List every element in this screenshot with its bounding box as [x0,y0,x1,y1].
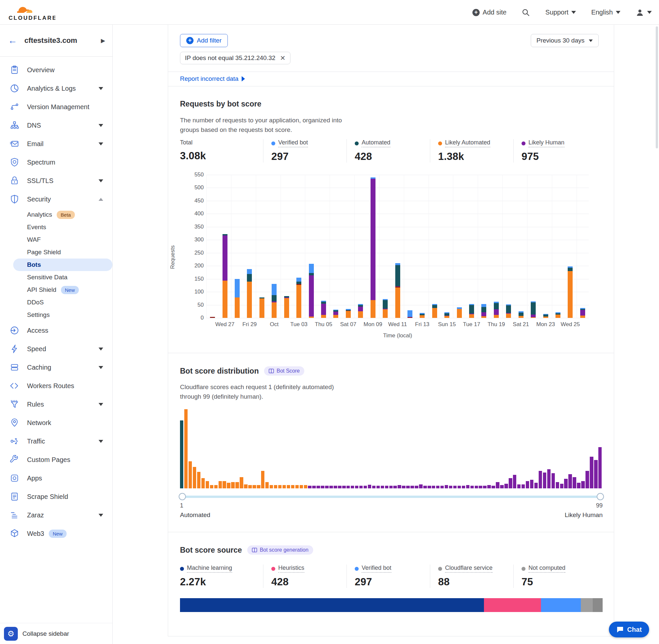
histogram-bar[interactable] [504,484,508,488]
histogram-bar[interactable] [206,481,209,488]
histogram-bar[interactable] [479,486,482,488]
bar-segment-verified[interactable] [371,178,376,179]
bar-segment-automated[interactable] [420,314,425,315]
bar-segment-automated[interactable] [346,310,351,310]
sidebar-item-events[interactable]: Events [0,221,112,233]
bar-segment-likely_automated[interactable] [247,282,252,318]
bar-segment-verified[interactable] [383,299,388,300]
bar-segment-verified[interactable] [358,304,363,305]
histogram-bar[interactable] [222,481,226,488]
bar-segment-verified[interactable] [506,304,511,305]
bar-segment-verified[interactable] [580,308,585,309]
bar-segment-verified[interactable] [469,304,474,305]
histogram-bar[interactable] [475,486,478,488]
bar-segment-likely_automated[interactable] [420,315,425,318]
bar-segment-automated[interactable] [333,310,338,312]
histogram-bar[interactable] [312,486,315,488]
search-icon[interactable] [521,8,530,17]
sidebar-item-custom-pages[interactable]: Custom Pages [0,451,112,469]
bar-segment-likely_automated[interactable] [519,316,523,318]
bar-segment-automated[interactable] [383,300,388,308]
close-icon[interactable]: ✕ [280,54,285,62]
histogram-bar[interactable] [402,486,405,488]
histogram-bar[interactable] [253,485,256,488]
histogram-bar[interactable] [363,486,367,488]
histogram-bar[interactable] [231,482,234,488]
histogram-bar[interactable] [202,478,205,488]
bar-segment-verified[interactable] [346,309,351,309]
histogram-bar[interactable] [543,473,546,488]
histogram-bar[interactable] [462,486,465,488]
account-menu[interactable] [636,8,652,17]
histogram-bar[interactable] [577,483,580,488]
sidebar-item-api-shield[interactable]: API ShieldNew [0,283,112,296]
histogram-bar[interactable] [466,485,469,488]
bar-segment-verified[interactable] [531,301,536,302]
bar-segment-other[interactable] [210,317,215,318]
sidebar-item-security[interactable]: Security [0,190,112,208]
date-range-dropdown[interactable]: Previous 30 days [531,34,599,47]
bar-segment-likely_automated[interactable] [346,311,351,318]
source-segment-heuristics[interactable] [484,598,541,612]
bar-segment-automated[interactable] [222,234,228,235]
histogram-bar[interactable] [329,486,333,488]
bar-segment-likely_automated[interactable] [383,309,388,318]
bar-segment-likely_human[interactable] [469,314,474,314]
bar-segment-verified[interactable] [444,312,449,313]
bar-segment-verified[interactable] [272,284,277,296]
histogram-bar[interactable] [278,485,282,488]
histogram-bar[interactable] [521,484,525,488]
histogram-bar[interactable] [372,486,376,488]
bar-segment-likely_human[interactable] [321,304,326,315]
histogram-bar[interactable] [423,486,427,488]
bar-segment-likely_human[interactable] [407,317,413,318]
sidebar-item-apps[interactable]: Apps [0,469,112,487]
histogram-bar[interactable] [483,486,486,488]
histogram-bar[interactable] [308,486,311,488]
sidebar-item-analytics[interactable]: AnalyticsBeta [0,208,112,221]
scrollbar[interactable] [656,26,658,148]
histogram-bar[interactable] [351,486,354,488]
histogram-bar[interactable] [590,457,593,488]
bar-segment-likely_automated[interactable] [580,316,585,318]
histogram-bar[interactable] [556,482,559,488]
histogram-bar[interactable] [441,486,444,488]
histogram-bar[interactable] [393,486,397,488]
histogram-bar[interactable] [235,482,239,488]
source-segment-verified-bot[interactable] [541,598,581,612]
bar-segment-automated[interactable] [272,295,277,301]
histogram-bar[interactable] [453,486,456,488]
language-menu[interactable]: English [591,8,620,16]
histogram-bar[interactable] [287,485,290,488]
bar-segment-automated[interactable] [358,305,363,307]
histogram-bar[interactable] [389,486,393,488]
bar-segment-likely_automated[interactable] [469,314,474,318]
histogram-bar[interactable] [432,486,435,488]
histogram-bar[interactable] [265,482,269,488]
histogram-bar[interactable] [381,486,384,488]
histogram-bar[interactable] [193,467,196,488]
histogram-bar[interactable] [470,486,474,488]
bar-segment-verified[interactable] [556,312,560,313]
bar-segment-likely_automated[interactable] [494,315,499,318]
bar-segment-likely_human[interactable] [383,309,388,309]
bar-segment-likely_human[interactable] [481,312,486,317]
slider-handle-min[interactable] [179,493,186,500]
bar-segment-likely_automated[interactable] [556,315,560,318]
bar-segment-likely_human[interactable] [506,313,511,314]
sidebar-item-workers-routes[interactable]: Workers Routes [0,376,112,395]
bar-segment-automated[interactable] [469,305,474,314]
bar-segment-automated[interactable] [580,309,585,310]
bar-segment-likely_human[interactable] [309,275,314,317]
histogram-bar[interactable] [244,484,247,488]
bar-segment-verified[interactable] [395,263,400,265]
histogram-bar[interactable] [334,486,337,488]
bar-segment-verified[interactable] [247,269,252,274]
bar-segment-likely_human[interactable] [222,235,228,281]
sidebar-item-caching[interactable]: Caching [0,358,112,376]
sidebar-item-access[interactable]: Access [0,321,112,340]
histogram-bar[interactable] [551,473,555,488]
bar-segment-verified[interactable] [457,307,462,309]
support-menu[interactable]: Support [545,8,576,16]
source-segment-cloudflare-service[interactable] [581,598,593,612]
